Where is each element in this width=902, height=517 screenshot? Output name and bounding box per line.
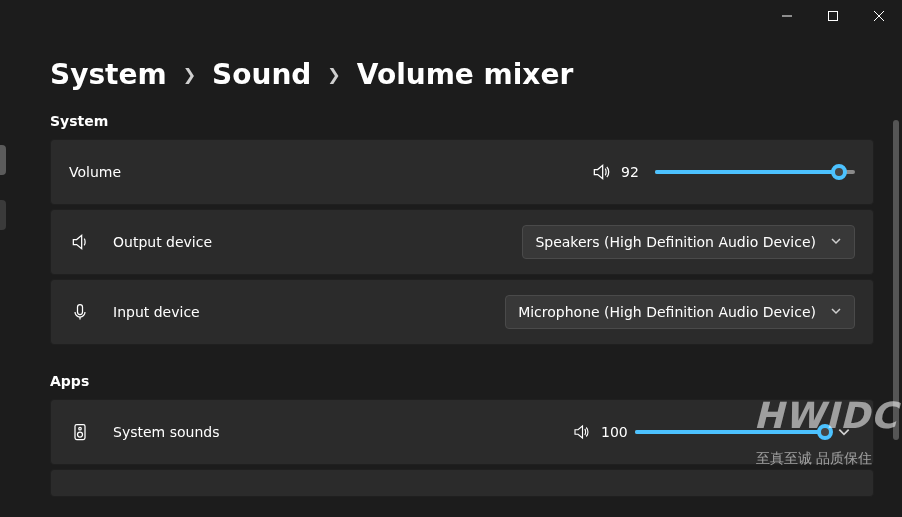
input-device-label: Input device — [113, 304, 200, 320]
input-device-dropdown[interactable]: Microphone (High Definition Audio Device… — [505, 295, 855, 329]
volume-label: Volume — [69, 164, 121, 180]
speaker-icon — [69, 232, 91, 252]
output-device-dropdown[interactable]: Speakers (High Definition Audio Device) — [522, 225, 855, 259]
speaker-device-icon — [69, 422, 91, 442]
system-sounds-label: System sounds — [113, 424, 219, 440]
reset-row — [50, 469, 874, 497]
breadcrumb-system[interactable]: System — [50, 58, 167, 91]
speaker-icon[interactable] — [591, 162, 611, 182]
breadcrumb: System ❯ Sound ❯ Volume mixer — [50, 58, 874, 91]
chevron-right-icon: ❯ — [327, 65, 340, 84]
input-device-selected: Microphone (High Definition Audio Device… — [518, 304, 816, 320]
volume-row: Volume 92 — [50, 139, 874, 205]
chevron-down-icon — [830, 304, 842, 320]
sidebar-stub — [0, 200, 6, 230]
svg-rect-4 — [78, 305, 83, 315]
output-device-row: Output device Speakers (High Definition … — [50, 209, 874, 275]
svg-point-8 — [78, 432, 83, 437]
expand-button[interactable] — [833, 425, 855, 439]
svg-point-7 — [79, 427, 82, 430]
output-device-selected: Speakers (High Definition Audio Device) — [535, 234, 816, 250]
sidebar-stub — [0, 145, 6, 175]
close-button[interactable] — [856, 0, 902, 32]
system-sounds-row: System sounds 100 — [50, 399, 874, 465]
volume-slider[interactable] — [655, 170, 855, 174]
system-sounds-value: 100 — [601, 424, 635, 440]
output-device-label: Output device — [113, 234, 212, 250]
minimize-button[interactable] — [764, 0, 810, 32]
svg-rect-1 — [829, 12, 838, 21]
input-device-row: Input device Microphone (High Definition… — [50, 279, 874, 345]
breadcrumb-current: Volume mixer — [357, 58, 573, 91]
chevron-right-icon: ❯ — [183, 65, 196, 84]
microphone-icon — [69, 302, 91, 322]
chevron-down-icon — [830, 234, 842, 250]
system-sounds-slider[interactable] — [635, 430, 825, 434]
section-label-system: System — [50, 113, 874, 129]
speaker-icon[interactable] — [571, 423, 591, 441]
section-label-apps: Apps — [50, 373, 874, 389]
scrollbar[interactable] — [892, 120, 900, 480]
window-controls — [764, 0, 902, 32]
volume-value: 92 — [621, 164, 655, 180]
breadcrumb-sound[interactable]: Sound — [212, 58, 311, 91]
scrollbar-thumb[interactable] — [893, 120, 899, 440]
maximize-button[interactable] — [810, 0, 856, 32]
